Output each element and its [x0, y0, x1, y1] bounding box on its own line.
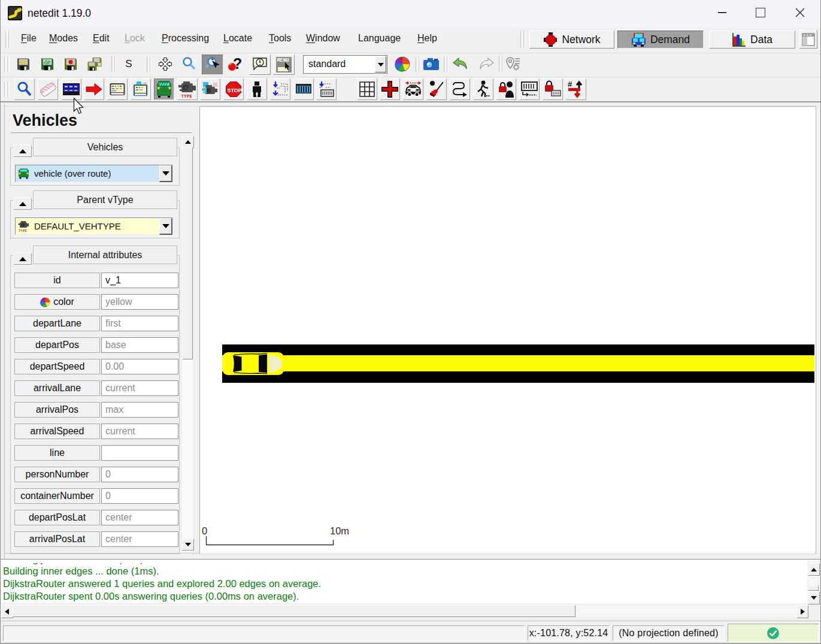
svg-text:TYPE: TYPE — [181, 94, 192, 98]
svg-text:MENU: MENU — [277, 58, 289, 64]
svg-text:STOP: STOP — [228, 87, 242, 93]
svg-text:#: # — [568, 80, 572, 89]
svg-text:TYPE: TYPE — [19, 229, 27, 232]
